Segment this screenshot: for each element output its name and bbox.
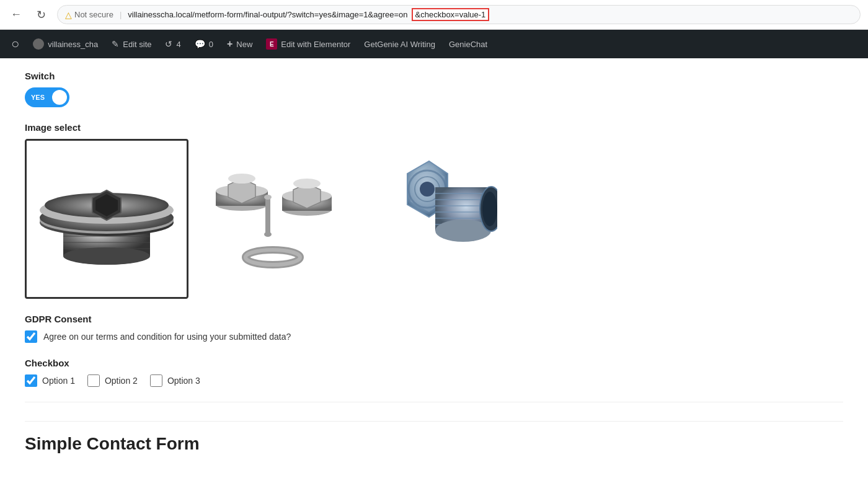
svg-point-21 <box>264 232 272 237</box>
checkbox-section: Checkbox Option 1 Option 2 Option 3 <box>25 358 843 387</box>
warning-icon: △ <box>65 10 72 20</box>
contact-form-heading: Simple Contact Form <box>25 421 843 454</box>
site-name-item[interactable]: villainess_cha <box>27 30 104 58</box>
checkbox-option-2-input[interactable] <box>87 374 100 387</box>
bolt-image-2 <box>205 143 341 291</box>
getgenie-item[interactable]: GetGenie AI Writing <box>358 30 441 58</box>
url-base: villainesscha.local/metform-form/final-o… <box>128 10 407 19</box>
edit-site-item[interactable]: ✎ Edit site <box>105 30 157 58</box>
bolt-image-1 <box>29 143 184 292</box>
geniechat-label: GenieChat <box>449 40 487 49</box>
comments-icon: 💬 <box>195 39 205 49</box>
checkbox-option-3-label: Option 3 <box>167 376 200 386</box>
svg-point-18 <box>228 174 255 184</box>
image-select-grid <box>25 139 843 299</box>
wp-admin-bar: ○ villainess_cha ✎ Edit site ↺ 4 💬 0 + N… <box>0 30 868 58</box>
image-select-label: Image select <box>25 122 843 133</box>
comments-count: 0 <box>209 40 213 49</box>
svg-point-33 <box>420 182 435 197</box>
not-secure-badge: △ Not secure <box>65 10 113 20</box>
bolt-image-3 <box>361 143 497 291</box>
wordpress-icon: ○ <box>11 36 19 52</box>
image-option-1[interactable] <box>25 139 188 299</box>
gdpr-label: GDPR Consent <box>25 314 843 324</box>
site-avatar-icon <box>33 38 44 50</box>
geniechat-item[interactable]: GenieChat <box>443 30 494 58</box>
new-icon: + <box>227 38 232 50</box>
not-secure-text: Not secure <box>74 10 113 19</box>
updates-item[interactable]: ↺ 4 <box>159 30 187 58</box>
url-highlight: &checkbox=value-1 <box>412 8 490 21</box>
svg-point-20 <box>264 195 272 200</box>
updates-icon: ↺ <box>165 39 172 49</box>
image-option-2[interactable] <box>201 139 345 298</box>
new-item[interactable]: + New <box>221 30 259 58</box>
address-bar[interactable]: △ Not secure | villainesscha.local/metfo… <box>57 5 861 24</box>
edit-site-label: Edit site <box>123 40 151 49</box>
checkbox-option-3: Option 3 <box>150 374 200 387</box>
new-label: New <box>236 40 252 49</box>
back-button[interactable]: ← <box>7 6 25 24</box>
svg-rect-19 <box>265 197 270 234</box>
checkbox-options-row: Option 1 Option 2 Option 3 <box>25 374 843 387</box>
edit-elementor-label: Edit with Elementor <box>281 40 350 49</box>
page-divider <box>25 402 843 402</box>
toggle-yes-label: YES <box>25 94 45 101</box>
toggle-switch[interactable]: YES <box>25 87 69 107</box>
toggle-knob <box>52 90 67 105</box>
checkbox-option-2-label: Option 2 <box>105 376 138 386</box>
checkbox-option-3-input[interactable] <box>150 374 162 387</box>
checkbox-option-1-input[interactable] <box>25 374 37 387</box>
wp-logo-item[interactable]: ○ <box>5 30 25 58</box>
image-option-3[interactable] <box>357 139 501 298</box>
elementor-icon: E <box>266 38 277 50</box>
updates-count: 4 <box>176 40 180 49</box>
checkbox-option-1-label: Option 1 <box>42 376 75 386</box>
checkbox-section-label: Checkbox <box>25 358 843 368</box>
getgenie-label: GetGenie AI Writing <box>364 40 435 49</box>
svg-point-26 <box>293 179 321 188</box>
switch-label: Switch <box>25 71 843 81</box>
checkbox-option-1: Option 1 <box>25 374 75 387</box>
url-separator: | <box>120 10 122 19</box>
gdpr-section: GDPR Consent Agree on our terms and cond… <box>25 314 843 343</box>
image-select-section: Image select <box>25 122 843 299</box>
gdpr-checkbox[interactable] <box>25 330 37 343</box>
edit-elementor-item[interactable]: E Edit with Elementor <box>260 30 356 58</box>
svg-point-6 <box>63 247 150 265</box>
site-name-label: villainess_cha <box>48 40 98 49</box>
comments-item[interactable]: 💬 0 <box>188 30 219 58</box>
edit-site-icon: ✎ <box>112 39 119 49</box>
gdpr-checkbox-row: Agree on our terms and condition for usi… <box>25 330 843 343</box>
reload-button[interactable]: ↻ <box>32 6 50 24</box>
svg-point-44 <box>482 192 497 226</box>
browser-chrome: ← ↻ △ Not secure | villainesscha.local/m… <box>0 0 868 30</box>
switch-section: Switch YES <box>25 71 843 107</box>
page-content: Switch YES Image select <box>0 58 868 466</box>
gdpr-agree-text: Agree on our terms and condition for usi… <box>43 332 291 342</box>
checkbox-option-2: Option 2 <box>87 374 138 387</box>
